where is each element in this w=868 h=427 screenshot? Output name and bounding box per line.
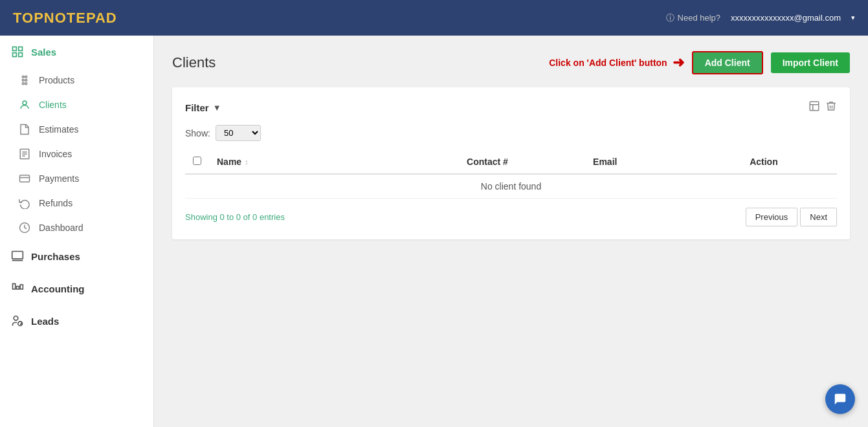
showing-text: Showing 0 to 0 of 0 entries — [185, 212, 285, 222]
show-row: Show: 10 25 50 100 — [185, 125, 837, 141]
filter-text: Filter — [185, 102, 209, 113]
estimates-icon — [18, 123, 31, 136]
layout: Sales Products Clients — [0, 36, 868, 427]
help-link[interactable]: ⓘ Need help? — [666, 12, 721, 24]
col-action: Action — [742, 150, 837, 174]
sidebar-item-products[interactable]: Products — [0, 68, 153, 93]
svg-rect-0 — [13, 47, 17, 51]
user-dropdown-arrow[interactable]: ▾ — [851, 14, 855, 22]
purchases-icon — [10, 249, 25, 263]
col-name-label: Name — [217, 157, 241, 167]
next-button[interactable]: Next — [800, 208, 837, 226]
accounting-icon — [10, 281, 25, 296]
svg-rect-21 — [16, 287, 19, 289]
sales-icon — [10, 45, 25, 59]
svg-point-5 — [25, 76, 27, 78]
clients-card: Filter ▼ — [172, 87, 850, 239]
svg-point-4 — [22, 76, 24, 78]
sidebar-item-products-label: Products — [39, 75, 74, 85]
hint-label: Click on 'Add Client' button — [549, 58, 667, 68]
svg-point-9 — [25, 83, 27, 85]
svg-rect-1 — [19, 47, 23, 51]
sidebar-group-leads-label: Leads — [31, 316, 59, 327]
filter-header: Filter ▼ — [185, 100, 837, 115]
sidebar-group-accounting-label: Accounting — [31, 283, 85, 294]
delete-icon[interactable] — [825, 100, 837, 115]
sidebar-group-leads[interactable]: Leads — [0, 305, 153, 337]
col-email: Email — [585, 150, 742, 174]
sidebar-item-payments[interactable]: Payments — [0, 166, 153, 191]
sidebar-item-payments-label: Payments — [39, 173, 79, 184]
svg-rect-3 — [19, 53, 23, 57]
page-header-actions: Click on 'Add Client' button ➜ Add Clien… — [549, 51, 850, 74]
logo-notepad: Notepad — [44, 10, 117, 26]
sidebar-item-clients-label: Clients — [39, 100, 67, 110]
col-name: Name ↕ — [209, 150, 459, 174]
table-empty-row: No client found — [185, 174, 837, 199]
filter-icons — [808, 100, 837, 115]
svg-rect-18 — [12, 252, 23, 259]
pagination-buttons: Previous Next — [746, 208, 837, 226]
logo: TopNotepad — [13, 10, 117, 27]
sidebar-item-dashboard-label: Dashboard — [39, 223, 83, 233]
show-select[interactable]: 10 25 50 100 — [216, 125, 261, 141]
sidebar-item-estimates-label: Estimates — [39, 124, 78, 135]
sidebar-item-invoices-label: Invoices — [39, 149, 72, 159]
sidebar-group-accounting[interactable]: Accounting — [0, 272, 153, 305]
page-title: Clients — [172, 54, 216, 71]
svg-rect-2 — [13, 53, 17, 57]
products-icon — [18, 74, 31, 87]
filter-funnel-icon: ▼ — [213, 103, 221, 113]
header-right: ⓘ Need help? xxxxxxxxxxxxxxx@gmail.com ▾ — [666, 12, 855, 24]
col-contact: Contact # — [459, 150, 585, 174]
svg-point-23 — [14, 316, 18, 321]
empty-message: No client found — [185, 174, 837, 199]
invoices-icon — [18, 148, 31, 160]
select-all-checkbox[interactable] — [193, 157, 201, 165]
header: TopNotepad ⓘ Need help? xxxxxxxxxxxxxxx@… — [0, 0, 868, 36]
logo-top: Top — [13, 10, 44, 26]
table-header-row: Name ↕ Contact # Email Action — [185, 150, 837, 174]
user-email: xxxxxxxxxxxxxxx@gmail.com — [731, 13, 841, 23]
payments-icon — [18, 172, 31, 185]
svg-point-7 — [25, 80, 27, 82]
sidebar-item-refunds-label: Refunds — [39, 198, 72, 208]
sort-icon: ↕ — [245, 158, 249, 166]
filter-label: Filter ▼ — [185, 102, 221, 113]
sidebar-item-clients[interactable]: Clients — [0, 93, 153, 117]
clients-table: Name ↕ Contact # Email Action No client … — [185, 150, 837, 199]
show-label: Show: — [185, 128, 210, 138]
import-client-button[interactable]: Import Client — [771, 52, 850, 73]
help-icon: ⓘ — [666, 12, 674, 24]
svg-rect-22 — [20, 285, 23, 289]
refunds-icon — [18, 197, 31, 210]
svg-point-8 — [22, 83, 24, 85]
svg-rect-20 — [13, 284, 16, 289]
help-text: Need help? — [678, 13, 721, 23]
sales-label: Sales — [31, 47, 56, 58]
col-checkbox — [185, 150, 209, 174]
svg-rect-15 — [20, 175, 30, 182]
leads-icon — [10, 314, 25, 328]
sidebar-item-dashboard[interactable]: Dashboard — [0, 215, 153, 240]
sidebar: Sales Products Clients — [0, 36, 154, 427]
sidebar-group-purchases[interactable]: Purchases — [0, 240, 153, 272]
export-icon[interactable] — [808, 100, 820, 115]
svg-point-10 — [23, 101, 27, 105]
svg-point-6 — [22, 80, 24, 82]
chat-bubble[interactable] — [825, 384, 855, 414]
add-client-button[interactable]: Add Client — [692, 51, 763, 74]
sidebar-section-sales[interactable]: Sales — [0, 36, 153, 68]
svg-rect-25 — [810, 102, 819, 111]
sidebar-item-invoices[interactable]: Invoices — [0, 142, 153, 166]
clients-icon — [18, 98, 31, 111]
previous-button[interactable]: Previous — [746, 208, 798, 226]
page-header: Clients Click on 'Add Client' button ➜ A… — [172, 51, 850, 74]
sidebar-item-estimates[interactable]: Estimates — [0, 117, 153, 142]
sidebar-group-purchases-label: Purchases — [31, 251, 80, 262]
sidebar-item-refunds[interactable]: Refunds — [0, 191, 153, 215]
pagination-row: Showing 0 to 0 of 0 entries Previous Nex… — [185, 208, 837, 226]
dashboard-icon — [18, 221, 31, 234]
hint-text: Click on 'Add Client' button ➜ — [549, 54, 684, 71]
main-content: Clients Click on 'Add Client' button ➜ A… — [154, 36, 868, 427]
